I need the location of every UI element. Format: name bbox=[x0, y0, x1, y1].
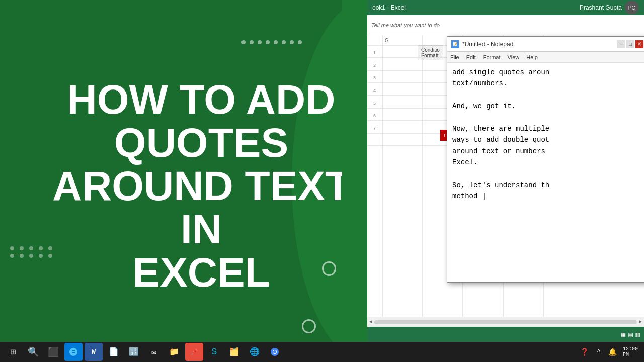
svg-text:7: 7 bbox=[373, 126, 376, 131]
taskbar-search-icon[interactable]: 🔍 bbox=[24, 343, 42, 361]
taskbar-edge-icon[interactable] bbox=[64, 343, 83, 361]
excel-statusbar: ▦ ▤ ▥ bbox=[367, 327, 644, 342]
svg-text:2: 2 bbox=[373, 63, 376, 68]
svg-text:G: G bbox=[385, 38, 389, 43]
taskbar-start-button[interactable]: ⊞ bbox=[4, 343, 22, 361]
notepad-minimize-button[interactable]: ─ bbox=[617, 40, 625, 48]
excel-view-normal-icon[interactable]: ▦ bbox=[621, 330, 625, 339]
notepad-menu-view[interactable]: View bbox=[508, 54, 520, 60]
user-avatar: PG bbox=[625, 1, 639, 15]
scroll-left-arrow[interactable]: ◄ bbox=[369, 319, 372, 325]
notepad-menu-edit[interactable]: Edit bbox=[466, 54, 476, 60]
excel-user-area: Prashant Gupta PG bbox=[580, 1, 639, 15]
taskbar-mail-icon[interactable]: ✉ bbox=[145, 343, 163, 361]
svg-point-24 bbox=[273, 350, 276, 353]
scroll-right-arrow[interactable]: ► bbox=[639, 319, 642, 325]
excel-username: Prashant Gupta bbox=[580, 4, 622, 11]
notepad-window[interactable]: 📝 *Untitled - Notepad ─ □ ✕ File Edit Fo… bbox=[447, 36, 644, 283]
taskbar-clock: 12:00PM bbox=[621, 343, 640, 361]
taskbar-chrome-icon[interactable] bbox=[266, 343, 284, 361]
excel-window-title: ook1 - Excel bbox=[372, 4, 406, 11]
notepad-menu-format[interactable]: Format bbox=[483, 54, 501, 60]
svg-text:1: 1 bbox=[373, 50, 376, 55]
excel-ribbon: Tell me what you want to do bbox=[367, 15, 644, 35]
title-line3: AROUND TEXT IN bbox=[52, 163, 350, 252]
taskbar-notepad-icon[interactable]: 📄 bbox=[105, 343, 123, 361]
notepad-window-controls: ─ □ ✕ bbox=[617, 40, 643, 48]
taskbar-word-icon[interactable]: W bbox=[85, 343, 103, 361]
circle-decoration-2 bbox=[302, 319, 316, 333]
taskbar-calculator-icon[interactable]: 🔢 bbox=[125, 343, 143, 361]
title-line2: QUOTES bbox=[114, 120, 288, 165]
taskbar-system-tray: ❓ ^ 🔔 12:00PM bbox=[579, 343, 640, 361]
taskbar-help-icon[interactable]: ❓ bbox=[579, 343, 591, 361]
main-title: HOW TO ADD QUOTES AROUND TEXT IN EXCEL bbox=[30, 78, 372, 294]
taskbar-notification-icon[interactable]: 🔔 bbox=[607, 343, 619, 361]
title-line1: HOW TO ADD bbox=[67, 76, 336, 122]
scroll-track[interactable] bbox=[374, 320, 637, 324]
left-panel: HOW TO ADD QUOTES AROUND TEXT IN EXCEL bbox=[0, 0, 382, 362]
notepad-titlebar: 📝 *Untitled - Notepad ─ □ ✕ bbox=[447, 37, 644, 52]
excel-view-layout-icon[interactable]: ▤ bbox=[628, 330, 632, 339]
taskbar: ⊞ 🔍 ⬛ W 📄 🔢 ✉ 📁 📌 S 🗂️ 🌐 ❓ ^ 🔔 12:00PM bbox=[0, 342, 644, 362]
excel-view-pagebreak-icon[interactable]: ▥ bbox=[636, 330, 640, 339]
taskbar-task-view-icon[interactable]: ⬛ bbox=[44, 343, 62, 361]
taskbar-app4-icon[interactable]: 🌐 bbox=[246, 343, 264, 361]
svg-text:6: 6 bbox=[373, 113, 376, 118]
taskbar-app3-icon[interactable]: 🗂️ bbox=[225, 343, 244, 361]
excel-horizontal-scrollbar[interactable]: ◄ ► bbox=[367, 317, 644, 327]
notepad-title: 📝 *Untitled - Notepad bbox=[451, 40, 513, 48]
notepad-menubar: File Edit Format View Help bbox=[447, 52, 644, 63]
title-line4: EXCEL bbox=[132, 249, 270, 295]
notepad-menu-file[interactable]: File bbox=[450, 54, 459, 60]
taskbar-app1-icon[interactable]: 📌 bbox=[185, 343, 203, 361]
notepad-close-button[interactable]: ✕ bbox=[635, 40, 643, 48]
taskbar-chevron-icon[interactable]: ^ bbox=[593, 343, 605, 361]
excel-titlebar: ook1 - Excel Prashant Gupta PG bbox=[367, 0, 644, 15]
notepad-app-icon: 📝 bbox=[451, 40, 459, 48]
taskbar-app2-icon[interactable]: S bbox=[205, 343, 223, 361]
excel-search-bar[interactable]: Tell me what you want to do bbox=[371, 22, 440, 28]
decorative-dots-top bbox=[242, 40, 302, 44]
svg-text:3: 3 bbox=[373, 75, 376, 80]
notepad-menu-help[interactable]: Help bbox=[526, 54, 538, 60]
notepad-maximize-button[interactable]: □ bbox=[626, 40, 634, 48]
svg-text:4: 4 bbox=[373, 88, 376, 93]
notepad-text-area[interactable]: add single quotes aroun text/numbers. An… bbox=[447, 63, 644, 282]
taskbar-files-icon[interactable]: 📁 bbox=[165, 343, 183, 361]
svg-text:5: 5 bbox=[373, 101, 376, 106]
